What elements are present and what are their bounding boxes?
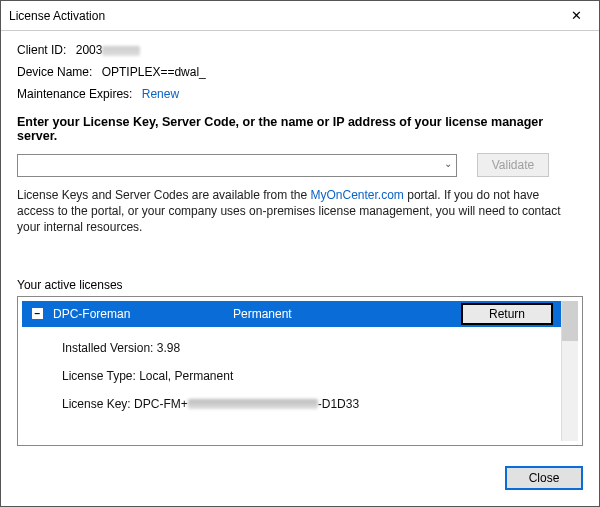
renew-link[interactable]: Renew [142, 87, 179, 101]
help-text: License Keys and Server Codes are availa… [17, 187, 577, 236]
titlebar: License Activation ✕ [1, 1, 599, 31]
close-button[interactable]: Close [505, 466, 583, 490]
license-status: Permanent [233, 307, 461, 321]
content-area: Client ID: 2003 Device Name: OPTIPLEX==d… [1, 31, 599, 454]
license-type-row: License Type: Local, Permanent [62, 369, 558, 383]
license-row-selected[interactable]: − DPC-Foreman Permanent Return [22, 301, 561, 327]
license-key-input[interactable]: ⌄ [17, 154, 457, 177]
maintenance-label: Maintenance Expires: [17, 87, 132, 101]
device-name-value: OPTIPLEX==dwal_ [102, 65, 206, 79]
collapse-icon[interactable]: − [32, 308, 43, 319]
installed-version-row: Installed Version: 3.98 [62, 341, 558, 355]
client-id-redacted [102, 46, 140, 56]
validate-button[interactable]: Validate [477, 153, 549, 177]
scrollbar[interactable] [561, 301, 578, 441]
client-id-row: Client ID: 2003 [17, 43, 583, 57]
close-icon: ✕ [571, 8, 582, 23]
instruction-text: Enter your License Key, Server Code, or … [17, 115, 583, 143]
device-name-row: Device Name: OPTIPLEX==dwal_ [17, 65, 583, 79]
window-close-button[interactable]: ✕ [554, 1, 599, 30]
active-licenses-box: − DPC-Foreman Permanent Return Installed… [17, 296, 583, 446]
myoncenter-link[interactable]: MyOnCenter.com [311, 188, 404, 202]
chevron-down-icon: ⌄ [444, 158, 452, 169]
license-key-row: License Key: DPC-FM+-D1D33 [62, 397, 558, 411]
scrollbar-thumb[interactable] [562, 301, 578, 341]
client-id-value: 2003 [76, 43, 141, 57]
license-key-redacted [188, 399, 318, 409]
device-name-label: Device Name: [17, 65, 92, 79]
active-licenses-label: Your active licenses [17, 278, 583, 292]
key-input-row: ⌄ Validate [17, 153, 583, 177]
footer: Close [1, 454, 599, 490]
maintenance-row: Maintenance Expires: Renew [17, 87, 583, 101]
return-button[interactable]: Return [461, 303, 553, 325]
window-title: License Activation [9, 9, 105, 23]
client-id-label: Client ID: [17, 43, 66, 57]
license-name: DPC-Foreman [53, 307, 233, 321]
